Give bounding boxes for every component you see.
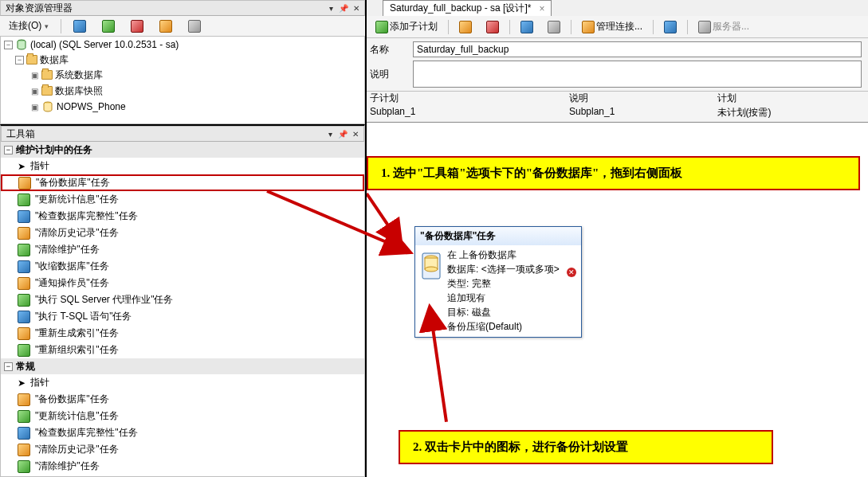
pin-icon[interactable]: 📌 [337, 2, 350, 14]
manage-connection-label: 管理连接... [596, 20, 642, 33]
tool-label: "执行 T-SQL 语句"任务 [35, 310, 132, 323]
collapse-icon[interactable]: − [4, 362, 13, 371]
tree-node-label[interactable]: NOPWS_Phone [57, 101, 126, 112]
filter-button[interactable] [154, 18, 178, 35]
tool-backup-database[interactable]: "备份数据库"任务 [1, 174, 364, 191]
tool-notify-operator[interactable]: "通知操作员"任务 [1, 275, 364, 291]
instruction-callout-2: 2. 双击卡片中的图标，进行备份计划设置 [399, 430, 773, 464]
backup-icon [18, 177, 31, 190]
edit-button[interactable] [454, 18, 477, 36]
server-button[interactable]: 服务器... [693, 18, 755, 36]
stop-icon [131, 20, 143, 33]
tool-exec-agent-job[interactable]: "执行 SQL Server 代理作业"任务 [1, 291, 364, 308]
cell-plan[interactable]: 未计划(按需) [717, 106, 866, 120]
toolbox-title: 工具箱 [6, 127, 324, 141]
panel-dropdown-icon[interactable]: ▾ [324, 2, 337, 14]
col-subplan: 子计划 [370, 92, 569, 106]
stop-button[interactable] [125, 18, 149, 35]
description-field[interactable] [413, 61, 862, 88]
schedule-button[interactable] [515, 18, 539, 36]
tool-reorg-index[interactable]: "重新组织索引"任务 [1, 342, 364, 358]
task-card-icon[interactable] [420, 248, 442, 283]
connect-button[interactable]: 连接(O) ▾ [3, 18, 54, 35]
toolbox-category[interactable]: − 维护计划中的任务 [1, 142, 364, 158]
instruction-callout-1: 1. 选中"工具箱"选项卡下的"备份数据库"，拖到右侧面板 [367, 156, 860, 190]
separator [448, 20, 449, 34]
tool-shrink-database[interactable]: "收缩数据库"任务 [1, 258, 364, 275]
tool-clear-history[interactable]: "清除历史记录"任务 [1, 441, 364, 458]
history-icon [18, 227, 30, 240]
reorg-icon [18, 344, 30, 357]
name-field[interactable] [413, 41, 862, 57]
object-explorer-tree[interactable]: − (local) (SQL Server 10.0.2531 - sa) − … [0, 37, 365, 124]
maint-icon [18, 460, 30, 473]
toolbox-list: − 维护计划中的任务 ➤指针 "备份数据库"任务 "更新统计信息"任务 "检查数… [1, 142, 364, 476]
tsql-icon [18, 311, 30, 323]
tool-label: "清除历史记录"任务 [35, 226, 119, 240]
server-list-button[interactable] [658, 18, 682, 36]
tool-backup-database[interactable]: "备份数据库"任务 [1, 391, 364, 408]
delete-button[interactable] [481, 18, 505, 36]
category-label: 维护计划中的任务 [16, 143, 92, 157]
tool-label: "备份数据库"任务 [35, 393, 109, 406]
delete-icon [486, 21, 499, 33]
add-subplan-button[interactable]: 添加子计划 [370, 18, 443, 36]
toolbox-header: 工具箱 ▾ 📌 ✕ [1, 126, 364, 142]
tool-clear-maintenance[interactable]: "清除维护"任务 [1, 458, 364, 475]
category-label: 常规 [16, 360, 35, 373]
collapse-icon[interactable]: − [15, 56, 24, 65]
doc-tab-active[interactable]: Saturday_full_backup - sa [设计]* × [383, 0, 552, 16]
task-line: 数据库: <选择一项或多项> [447, 263, 576, 276]
designer-toolbar: 添加子计划 管理连接... 服务器... [367, 16, 868, 38]
tree-node-label[interactable]: 系统数据库 [55, 68, 103, 82]
expand-icon[interactable]: ▣ [29, 71, 39, 80]
stats-icon [18, 410, 30, 423]
collapse-icon[interactable]: − [4, 146, 13, 154]
expand-icon[interactable]: ▣ [29, 103, 39, 111]
pointer-icon: ➤ [18, 161, 26, 172]
connection-icon [582, 21, 595, 33]
refresh-button[interactable] [68, 18, 92, 35]
maint-icon [18, 244, 30, 256]
tool-clear-maintenance[interactable]: "清除维护"任务 [1, 241, 364, 258]
backup-task-card[interactable]: "备份数据库"任务 在 上备份数据库 数据库: <选择一项或多项> 类型 [414, 226, 582, 338]
tree-node-label[interactable]: 数据库快照 [55, 84, 103, 98]
backup-icon [18, 393, 30, 406]
pin-icon[interactable]: 📌 [336, 127, 349, 140]
cell-subplan[interactable]: Subplan_1 [370, 106, 569, 120]
tool-pointer[interactable]: ➤指针 [1, 374, 364, 391]
calendar-icon [520, 21, 533, 33]
tool-clear-history[interactable]: "清除历史记录"任务 [1, 225, 364, 241]
panel-dropdown-icon[interactable]: ▾ [324, 127, 336, 140]
rebuild-icon [18, 327, 30, 340]
separator [61, 19, 61, 33]
report-button[interactable] [542, 18, 566, 36]
cell-description[interactable]: Subplan_1 [569, 106, 717, 120]
tool-rebuild-index[interactable]: "重新生成索引"任务 [1, 325, 364, 342]
collapse-icon[interactable]: − [4, 41, 13, 49]
tool-label: "检查数据库完整性"任务 [35, 426, 138, 440]
tool-pointer[interactable]: ➤指针 [1, 158, 364, 174]
manage-connection-button[interactable]: 管理连接... [576, 18, 648, 36]
design-canvas[interactable]: 1. 选中"工具箱"选项卡下的"备份数据库"，拖到右侧面板 "备份数据库"任务 [367, 123, 868, 477]
close-icon[interactable]: ✕ [350, 2, 363, 14]
tool-exec-tsql[interactable]: "执行 T-SQL 语句"任务 [1, 308, 364, 325]
refresh-icon [73, 20, 86, 33]
tab-close-icon[interactable]: × [539, 3, 544, 14]
tool-update-stats[interactable]: "更新统计信息"任务 [1, 191, 364, 208]
tab-title: Saturday_full_backup - sa [设计]* [390, 2, 531, 15]
tool-label: "执行 SQL Server 代理作业"任务 [35, 293, 173, 307]
expand-icon[interactable]: ▣ [29, 87, 39, 96]
close-icon[interactable]: ✕ [349, 127, 362, 140]
object-explorer-toolbar: 连接(O) ▾ [0, 16, 365, 37]
tool-check-integrity[interactable]: "检查数据库完整性"任务 [1, 424, 364, 441]
toolbox-category-general[interactable]: − 常规 [1, 358, 364, 374]
tool-update-stats[interactable]: "更新统计信息"任务 [1, 408, 364, 424]
disconnect-button[interactable] [96, 18, 120, 35]
tool-check-integrity[interactable]: "检查数据库完整性"任务 [1, 208, 364, 225]
tool-label: "清除维护"任务 [35, 459, 100, 473]
props-button[interactable] [183, 18, 206, 35]
chevron-down-icon: ▾ [45, 22, 49, 30]
tool-label: "清除历史记录"任务 [35, 443, 119, 456]
task-line: 追加现有 [447, 291, 576, 305]
